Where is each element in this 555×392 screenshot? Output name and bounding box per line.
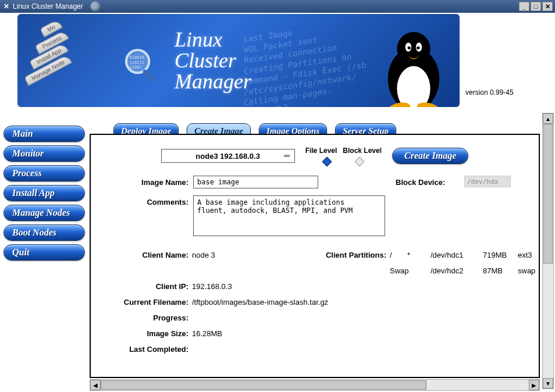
block-level-label: Block Level (343, 147, 382, 155)
last-completed-value (188, 345, 543, 354)
scroll-down-icon[interactable]: ▼ (543, 378, 553, 389)
client-partitions-label: Client Partitions: (305, 251, 386, 259)
svg-point-11 (417, 47, 419, 49)
dropdown-caret-icon (284, 155, 290, 157)
block-device-label: Block Device: (396, 176, 460, 187)
sidebar-item-process[interactable]: Process (3, 165, 85, 181)
sidebar-item-monitor[interactable]: Monitor (3, 145, 85, 162)
partition-dev: /dev/hdc1 (427, 251, 479, 259)
banner-title-line: Linux (175, 29, 251, 50)
svg-text:010010: 010010 (130, 55, 144, 60)
sidebar-item-main[interactable]: Main (3, 126, 85, 142)
svg-point-7 (397, 32, 430, 65)
svg-rect-1 (142, 69, 156, 83)
partition-size: 87MB (479, 266, 514, 275)
current-filename-value: /tftpboot/images/base-image-slash.tar.gz (188, 298, 543, 307)
tux-icon (376, 24, 451, 100)
window-titlebar: ✕ Linux Cluster Manager _ □ ✕ (0, 0, 555, 13)
partition-fs: swap (514, 266, 543, 275)
svg-point-10 (408, 47, 411, 49)
sidebar: Main Monitor Process Install App Manage … (3, 126, 85, 261)
progress-label: Progress: (101, 313, 188, 322)
level-group: File Level Block Level (305, 147, 382, 165)
scroll-thumb[interactable] (101, 380, 426, 390)
image-name-label: Image Name: (101, 176, 188, 187)
file-level-radio[interactable] (322, 157, 332, 167)
sidebar-item-manage-nodes[interactable]: Manage Nodes (3, 205, 85, 221)
file-level-label: File Level (305, 147, 337, 155)
app-icon: ✕ (2, 2, 10, 10)
progress-value (188, 313, 543, 322)
client-ip-label: Client IP: (101, 282, 188, 291)
window-title: Linux Cluster Manager (13, 2, 83, 10)
main-panel: node3 192.168.0.3 File Level Block Level… (90, 134, 540, 378)
scroll-up-icon[interactable]: ▲ (543, 113, 553, 124)
banner-title-line: Cluster (175, 50, 251, 71)
vertical-scrollbar[interactable]: ▲ ▼ (542, 113, 554, 389)
image-name-input[interactable] (193, 176, 318, 188)
partition-fs: ext3 (514, 251, 543, 259)
banner: Mo Process Install App Manage Node 01001… (17, 14, 460, 107)
sidebar-item-quit[interactable]: Quit (3, 244, 85, 261)
scroll-left-icon[interactable]: ◀ (90, 380, 101, 390)
partition-mount: Swap (386, 266, 404, 275)
svg-text:110111: 110111 (130, 60, 144, 65)
banner-ghost-text: Last Image WOL Packet sent Received conn… (244, 17, 367, 107)
minimize-button[interactable]: _ (519, 2, 529, 11)
client-ip-value: 192.168.0.3 (188, 282, 305, 291)
image-size-label: Image Size: (101, 329, 188, 338)
scroll-right-icon[interactable]: ▶ (529, 380, 539, 390)
create-image-button[interactable]: Create Image (392, 148, 468, 164)
horizontal-scrollbar[interactable]: ◀ ▶ (90, 379, 540, 391)
node-select-value: node3 192.168.0.3 (195, 152, 260, 161)
banner-tabs: Mo Process Install App Manage Node (23, 21, 105, 102)
image-size-value: 16.28MB (188, 329, 543, 338)
scroll-thumb[interactable] (543, 124, 553, 263)
sidebar-item-install-app[interactable]: Install App (3, 185, 85, 201)
partition-flag (404, 266, 427, 275)
distro-icon (90, 1, 101, 12)
partition-dev: /dev/hdc2 (427, 266, 479, 275)
comments-input[interactable] (193, 195, 385, 236)
block-level-radio[interactable] (355, 157, 365, 167)
version-label: version 0.99-45 (465, 88, 514, 97)
client-name-label: Client Name: (101, 251, 188, 259)
banner-title-line: Manager (175, 71, 251, 92)
partition-mount: / (386, 251, 404, 259)
close-button[interactable]: ✕ (542, 2, 553, 11)
last-completed-label: Last Completed: (101, 345, 188, 354)
partition-size: 719MB (479, 251, 514, 259)
partition-flag: * (404, 251, 427, 259)
comments-label: Comments: (101, 195, 188, 206)
client-name-value: node 3 (188, 251, 305, 259)
svg-text:11001: 11001 (130, 65, 142, 70)
sidebar-item-boot-nodes[interactable]: Boot Nodes (3, 224, 85, 241)
block-device-value: /dev/hda (464, 176, 511, 187)
maximize-button[interactable]: □ (531, 2, 541, 11)
node-select[interactable]: node3 192.168.0.3 (161, 149, 295, 163)
magnifier-icon: 01001011011111001 (122, 46, 163, 87)
current-filename-label: Current Filename: (101, 298, 188, 307)
